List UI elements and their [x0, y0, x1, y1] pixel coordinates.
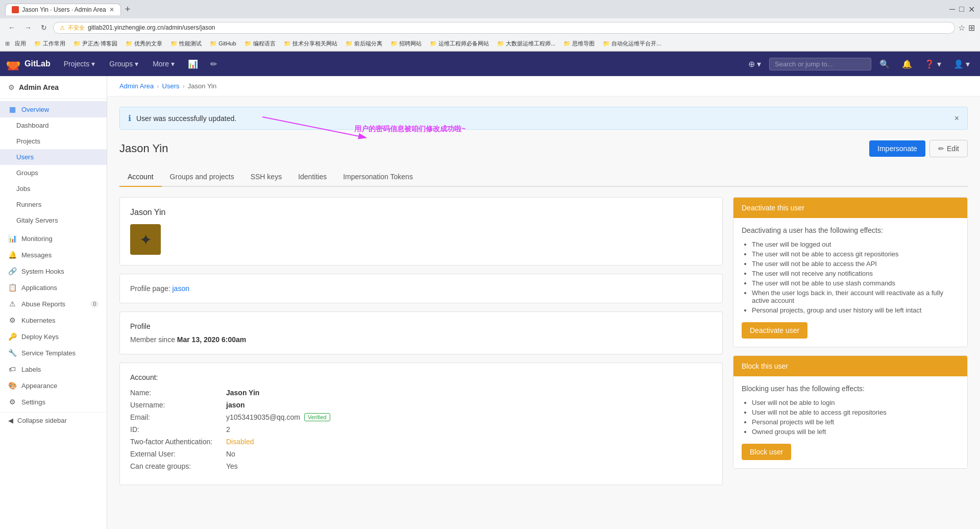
minimize-button[interactable]: ─ — [949, 5, 955, 14]
nav-plus-icon[interactable]: ⊕ ▾ — [744, 52, 765, 76]
sidebar-item-overview[interactable]: ▦ Overview — [0, 101, 107, 117]
bookmark-work[interactable]: 📁 工作常用 — [31, 39, 68, 49]
maximize-button[interactable]: □ — [959, 5, 964, 14]
close-window-button[interactable]: ✕ — [968, 5, 975, 14]
account-tfa-row: Two-factor Authentication: Disabled — [130, 438, 712, 446]
bookmark-star[interactable]: ☆ — [958, 23, 965, 33]
breadcrumb-users[interactable]: Users — [162, 82, 180, 90]
main-content: Admin Area › Users › Jason Yin ℹ User wa… — [107, 76, 980, 529]
breadcrumb-admin-area[interactable]: Admin Area — [119, 82, 154, 90]
nav-more[interactable]: More ▾ — [148, 52, 180, 76]
two-col-layout: Jason Yin ✦ Profile page: jason — [119, 197, 968, 485]
nav-help-icon[interactable]: ❓ ▾ — [920, 52, 945, 76]
browser-toolbar: ← → ↻ ⚠ 不安全 gitlab201.yinzhengjie.org.cn… — [0, 18, 980, 37]
address-text[interactable]: gitlab201.yinzhengjie.org.cn/admin/users… — [88, 24, 215, 31]
bookmark-frontend[interactable]: 📁 前后端分离 — [342, 39, 385, 49]
bookmark-ops[interactable]: 📁 运维工程师必备网站 — [427, 39, 492, 49]
gitlab-logo[interactable]: GitLab — [6, 57, 51, 71]
sidebar-item-kubernetes[interactable]: ⚙ Kubernetes — [0, 312, 107, 328]
sidebar-item-gitaly[interactable]: Gitaly Servers — [0, 212, 107, 228]
profile-page-link[interactable]: jason — [173, 284, 189, 293]
verified-badge: Verified — [304, 413, 330, 421]
tab-groups-projects[interactable]: Groups and projects — [162, 167, 242, 187]
sidebar-item-projects[interactable]: Projects — [0, 133, 107, 149]
tab-impersonation-tokens[interactable]: Impersonation Tokens — [335, 167, 421, 187]
bookmark-apps[interactable]: 应用 — [12, 39, 29, 49]
external-value: No — [226, 450, 235, 458]
account-card: Account: Name: Jason Yin Username: jason… — [119, 363, 723, 485]
sidebar-item-abuse-reports[interactable]: ⚠ Abuse Reports 0 — [0, 296, 107, 312]
nav-edit-icon[interactable]: ✏ — [206, 52, 221, 76]
deactivate-user-button[interactable]: Deactivate user — [742, 322, 807, 339]
collapse-label: Collapse sidebar — [17, 417, 67, 424]
sidebar-item-labels[interactable]: 🏷 Labels — [0, 361, 107, 377]
extensions-icon[interactable]: ⊞ — [968, 23, 975, 33]
sidebar-item-runners[interactable]: Runners — [0, 197, 107, 212]
gitlab-navbar: GitLab Projects ▾ Groups ▾ More ▾ 📊 ✏ ⊕ … — [0, 52, 980, 76]
bookmark-perf[interactable]: 📁 性能测试 — [167, 39, 205, 49]
sidebar-item-service-templates[interactable]: 🔧 Service Templates — [0, 345, 107, 361]
nav-chart-icon[interactable]: 📊 — [184, 52, 202, 76]
search-input[interactable] — [769, 58, 871, 70]
sidebar-header: ⚙ Admin Area — [0, 76, 107, 99]
sidebar-item-dashboard[interactable]: Dashboard — [0, 117, 107, 133]
bookmark-tech[interactable]: 📁 技术分享相关网站 — [281, 39, 340, 49]
bookmark-job[interactable]: 📁 招聘网站 — [387, 39, 425, 49]
bookmark-github[interactable]: 📁 GitHub — [207, 39, 239, 48]
sidebar-item-appearance[interactable]: 🎨 Appearance — [0, 377, 107, 394]
impersonate-button[interactable]: Impersonate — [869, 140, 925, 157]
tab-account[interactable]: Account — [119, 167, 162, 187]
tfa-label: Two-factor Authentication: — [130, 438, 222, 446]
browser-chrome: Jason Yin · Users · Admin Area ✕ + ─ □ ✕… — [0, 0, 980, 52]
tab-ssh-keys[interactable]: SSH keys — [242, 167, 290, 187]
bookmark-bigdata[interactable]: 📁 大数据运维工程师... — [494, 39, 558, 49]
sidebar-item-monitoring[interactable]: 📊 Monitoring — [0, 230, 107, 247]
nav-projects[interactable]: Projects ▾ — [59, 52, 101, 76]
nav-search-icon[interactable]: 🔍 — [875, 52, 894, 76]
deactivate-effect-6: When the user logs back in, their accoun… — [752, 289, 959, 304]
sidebar-item-deploy-keys[interactable]: 🔑 Deploy Keys — [0, 328, 107, 345]
bookmark-mindmap[interactable]: 📁 思维导图 — [560, 39, 598, 49]
deactivate-effect-4: The user will not receive any notificati… — [752, 270, 959, 277]
sidebar-item-groups[interactable]: Groups — [0, 165, 107, 181]
block-user-button[interactable]: Block user — [742, 444, 791, 460]
user-tabs: Account Groups and projects SSH keys Ide… — [119, 167, 968, 187]
tab-title: Jason Yin · Users · Admin Area — [22, 6, 106, 13]
sidebar-item-system-hooks[interactable]: 🔗 System Hooks — [0, 263, 107, 279]
bookmark-blog[interactable]: 📁 尹正杰·博客园 — [70, 39, 120, 49]
labels-icon: 🏷 — [8, 365, 16, 373]
account-name-row: Name: Jason Yin — [130, 389, 712, 397]
nav-user-avatar[interactable]: 👤 ▾ — [949, 52, 974, 76]
security-icon: ⚠ — [60, 25, 65, 31]
sidebar-item-users[interactable]: Users — [0, 149, 107, 165]
overview-icon: ▦ — [8, 105, 16, 113]
alert-close-button[interactable]: × — [954, 114, 959, 123]
user-avatar: ✦ — [130, 224, 161, 255]
sidebar-item-jobs[interactable]: Jobs — [0, 181, 107, 197]
reload-button[interactable]: ↻ — [38, 22, 50, 33]
breadcrumb-current: Jason Yin — [188, 82, 216, 90]
sidebar-overview-label: Overview — [21, 106, 49, 113]
forward-button[interactable]: → — [21, 22, 35, 33]
nav-notification-icon[interactable]: 🔔 — [898, 52, 916, 76]
alert-container: ℹ User was successfully updated. × — [119, 107, 968, 130]
sidebar-item-messages[interactable]: 🔔 Messages — [0, 247, 107, 263]
account-external-row: External User: No — [130, 450, 712, 458]
bookmark-lang[interactable]: 📁 编程语言 — [241, 39, 279, 49]
sidebar-item-settings[interactable]: ⚙ Settings — [0, 394, 107, 410]
edit-button[interactable]: ✏ Edit — [929, 140, 968, 157]
collapse-sidebar-button[interactable]: ◀ Collapse sidebar — [0, 412, 107, 428]
active-tab[interactable]: Jason Yin · Users · Admin Area ✕ — [5, 4, 121, 15]
nav-groups[interactable]: Groups ▾ — [104, 52, 143, 76]
account-username-row: Username: jason — [130, 401, 712, 409]
close-tab-button[interactable]: ✕ — [109, 6, 114, 13]
bookmark-articles[interactable]: 📁 优秀的文章 — [122, 39, 165, 49]
external-label: External User: — [130, 450, 222, 458]
back-button[interactable]: ← — [5, 22, 18, 33]
new-tab-button[interactable]: + — [121, 2, 135, 17]
address-bar[interactable]: ⚠ 不安全 gitlab201.yinzhengjie.org.cn/admin… — [53, 22, 955, 34]
tab-identities[interactable]: Identities — [290, 167, 335, 187]
sidebar-item-applications[interactable]: 📋 Applications — [0, 279, 107, 296]
bookmark-auto[interactable]: 📁 自动化运维平台开... — [600, 39, 664, 49]
service-templates-icon: 🔧 — [8, 349, 16, 357]
